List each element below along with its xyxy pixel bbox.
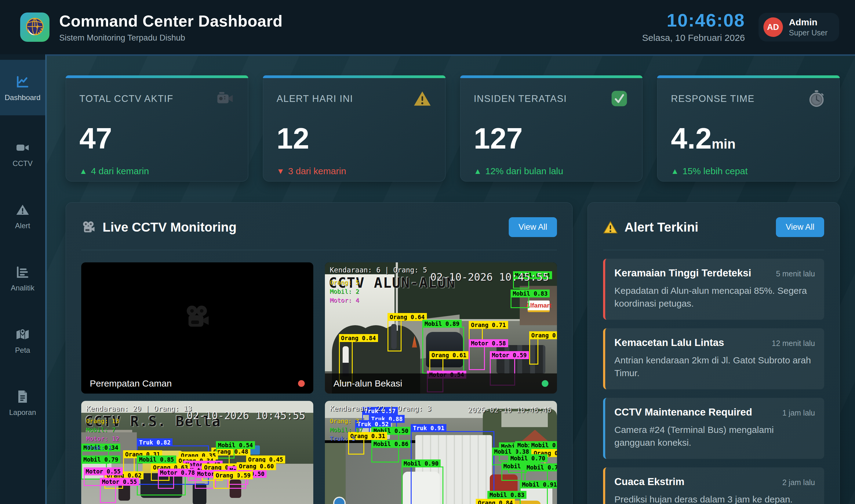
user-profile-chip[interactable]: AD Admin Super User <box>758 13 839 41</box>
movie-camera-icon <box>183 303 211 332</box>
detection-box: Mobil 0.90 <box>402 467 443 504</box>
command-center-dashboard: Command Center Dashboard Sistem Monitori… <box>0 0 855 504</box>
stat-value: 47 <box>80 124 234 153</box>
page-title: Command Center Dashboard <box>59 12 282 30</box>
alert-time: 5 menit lalu <box>776 269 815 278</box>
detection-label: Mobil 0.79 <box>81 455 120 464</box>
alert-body: Prediksi hujan deras dalam 3 jam ke depa… <box>614 493 815 504</box>
detection-box: Mobil 0.86 <box>371 447 399 463</box>
check-mark-icon <box>610 89 629 108</box>
main-content: TOTAL CCTV AKTIF 47 ▲4 dari kemarin ALER… <box>45 54 855 504</box>
stat-delta: ▼3 dari kemarin <box>277 166 432 176</box>
detection-box: Motor 0.78 <box>158 475 174 489</box>
detection-label: Mobil 0.78 <box>525 464 557 471</box>
camera-name: Perempatan Caman <box>90 378 172 389</box>
camera-count: Orang: 5 <box>330 278 359 287</box>
sidebar-item-label: Analitik <box>11 284 34 292</box>
cctv-feed-jalan-arteri[interactable]: Kendaraan: 22 | Orang: 3 Orang: 3Mobil: … <box>325 401 557 504</box>
detection-summary-overlay: Kendaraan: 22 | Orang: 3 <box>330 404 431 413</box>
alerts-view-all-button[interactable]: View All <box>776 217 824 237</box>
alert-item-kemacetan[interactable]: Kemacetan Lalu Lintas 12 menit lalu Antr… <box>603 328 824 389</box>
detection-label: Mobil 0.89 <box>422 320 461 328</box>
detection-label: Mobil 0.70 <box>508 454 547 462</box>
current-date: Selasa, 10 Februari 2026 <box>642 33 745 43</box>
alert-title: Keramaian Tinggi Terdeteksi <box>614 267 751 279</box>
sidebar-item-laporan[interactable]: Laporan <box>0 378 45 427</box>
down-arrow-icon: ▼ <box>277 166 284 176</box>
cctv-feed-grid: Perempatan Caman <box>81 263 557 504</box>
detection-label: Motor 0.59 <box>490 351 529 359</box>
alert-item-keramaian[interactable]: Keramaian Tinggi Terdeteksi 5 menit lalu… <box>603 259 824 320</box>
stat-card-total-cctv: TOTAL CCTV AKTIF 47 ▲4 dari kemarin <box>66 75 248 181</box>
section-title: Live CCTV Monitoring <box>103 220 237 235</box>
alert-item-cctv-maintenance[interactable]: CCTV Maintenance Required 1 jam lalu Cam… <box>603 398 824 459</box>
live-cctv-panel: Live CCTV Monitoring View All Perempatan… <box>66 202 573 504</box>
alert-title: CCTV Maintenance Required <box>614 407 752 418</box>
sidebar-item-cctv[interactable]: CCTV <box>0 129 45 178</box>
divider <box>603 250 824 250</box>
detection-box: Mobil 0.93 <box>501 469 522 481</box>
camera-count: Truk: 1 <box>86 443 119 452</box>
stat-label: INSIDEN TERATASI <box>474 89 567 104</box>
video-camera-icon <box>15 140 30 155</box>
cctv-view-all-button[interactable]: View All <box>509 217 557 237</box>
stopwatch-icon <box>807 89 826 108</box>
detection-label: Mobil 0.86 <box>371 440 411 448</box>
stats-row: TOTAL CCTV AKTIF 47 ▲4 dari kemarin ALER… <box>66 75 840 181</box>
cctv-feed-alun-alun-bekasi[interactable]: Alfamart CCTV ALUN-ALUN Kendaraan: 6 | O… <box>325 263 557 394</box>
cctv-feed-rs-bella[interactable]: CCTV R.S. Bella Kendaraan: 20 | Orang: 1… <box>81 401 313 504</box>
detection-label: Orang 0.71 <box>469 321 508 329</box>
camera-count: Orang: 13 <box>86 417 119 426</box>
card-accent-strip <box>263 75 446 78</box>
detection-label: Mobil 0.85 <box>137 455 176 464</box>
warning-triangle-icon <box>603 220 618 235</box>
detection-counts-overlay: Orang: 13Mobil: 7Motor: 12Truk: 1 <box>86 417 119 452</box>
detection-label: Truk 0.82 <box>137 438 173 446</box>
globe-bird-icon <box>24 16 46 38</box>
stat-value: 127 <box>474 124 629 153</box>
chart-bars-icon <box>15 265 30 280</box>
dishub-logo <box>20 13 50 42</box>
cctv-panel-header: Live CCTV Monitoring View All <box>81 217 557 237</box>
detection-box: Motor 0.83 <box>195 477 215 489</box>
camera-count: Mobil: 7 <box>86 426 119 434</box>
sidebar-item-analitik[interactable]: Analitik <box>0 254 45 302</box>
alert-time: 2 jam lalu <box>782 478 815 487</box>
stat-card-insiden-teratasi: INSIDEN TERATASI 127 ▲12% dari bulan lal… <box>460 75 643 181</box>
camera-count: Orang: 3 <box>330 417 363 426</box>
section-title: Alert Terkini <box>625 220 698 235</box>
alert-item-cuaca-ekstrim[interactable]: Cuaca Ekstrim 2 jam lalu Prediksi hujan … <box>603 467 824 504</box>
camera-count: Truk: 5 <box>330 434 363 443</box>
card-accent-strip <box>66 75 248 78</box>
detection-label: Mobil 0.83 <box>510 289 549 298</box>
user-role: Super User <box>789 29 827 37</box>
detection-label: Mobil 0.91 <box>520 481 557 488</box>
detection-label: Mobil 0.90 <box>402 460 441 467</box>
card-accent-strip <box>460 75 643 78</box>
alfamart-sign: Alfamart <box>528 301 549 312</box>
detection-counts-overlay: Orang: 3Mobil: 17Truk: 5 <box>330 417 363 443</box>
detection-label: Orang 0.61 <box>429 351 468 359</box>
detection-box: Motor 0.55 <box>100 485 116 503</box>
app-shell: Dashboard CCTV Alert Analitik <box>0 54 855 504</box>
detection-box: Orang 0.46 <box>529 338 538 364</box>
sidebar-item-peta[interactable]: Peta <box>0 316 45 364</box>
sidebar-item-alert[interactable]: Alert <box>0 192 45 240</box>
sidebar-item-label: Peta <box>15 346 30 355</box>
digital-clock: 10:46:08 <box>642 11 745 30</box>
sidebar-item-label: Alert <box>15 221 30 230</box>
detection-box: Orang 0.59 <box>213 479 230 489</box>
movie-camera-icon <box>81 220 96 235</box>
sidebar-item-label: Laporan <box>9 408 36 417</box>
warning-triangle-icon <box>15 202 30 217</box>
alert-title: Kemacetan Lalu Lintas <box>614 337 724 348</box>
sidebar-item-label: Dashboard <box>4 93 40 102</box>
up-arrow-icon: ▲ <box>671 166 679 176</box>
cctv-feed-perempatan-caman[interactable]: Perempatan Caman <box>81 263 313 394</box>
detection-label: Truk 0.91 <box>411 424 447 432</box>
sidebar-item-dashboard[interactable]: Dashboard <box>0 60 45 115</box>
stat-label: TOTAL CCTV AKTIF <box>80 89 173 104</box>
status-dot-online <box>542 380 548 387</box>
camera-count: Mobil: 17 <box>330 426 363 434</box>
camera-count: Motor: 12 <box>86 434 119 443</box>
